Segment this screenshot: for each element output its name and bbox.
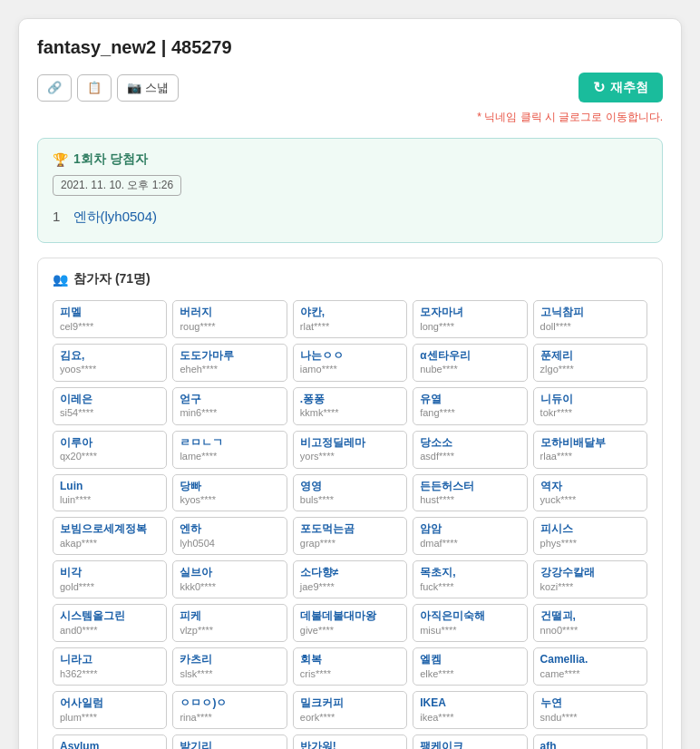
- participant-tag[interactable]: 피시스phys****: [533, 517, 647, 555]
- participant-tag[interactable]: 니라고h362****: [53, 647, 167, 686]
- participant-id: rlaa****: [540, 450, 640, 462]
- participant-tag[interactable]: 데불데불대마왕give****: [293, 604, 407, 642]
- participant-nick: Luin: [60, 480, 160, 494]
- participant-id: kkk0****: [180, 580, 279, 593]
- participant-tag[interactable]: 도도가마루eheh****: [172, 344, 287, 382]
- participant-tag[interactable]: 비고정딜레마yors****: [293, 431, 407, 469]
- participant-tag[interactable]: 어사일럼plum****: [53, 691, 167, 729]
- participant-nick: 엔하: [180, 522, 279, 537]
- participant-tag[interactable]: 고닉참피doll****: [533, 300, 647, 338]
- participant-nick: 아직은미숙해: [420, 609, 520, 624]
- participant-nick: 건떨괴,: [540, 609, 640, 624]
- link-button[interactable]: [37, 74, 72, 102]
- participant-id: nno0****: [540, 624, 640, 637]
- participant-nick: 보빔으로세계정복: [60, 522, 160, 537]
- participant-tag[interactable]: 유열fang****: [413, 387, 527, 425]
- participant-tag[interactable]: 당소소asdf****: [413, 431, 527, 469]
- participant-tag[interactable]: 이레은si54****: [53, 387, 167, 425]
- participant-tag[interactable]: 반가워!tsts****: [293, 734, 407, 749]
- participant-id: phys****: [540, 537, 640, 550]
- participant-nick: 든든허스터: [420, 480, 520, 494]
- toolbar-left: 📷 스냷: [37, 74, 179, 102]
- participant-tag[interactable]: 회복cris****: [293, 647, 407, 686]
- participant-nick: 고닉참피: [540, 306, 640, 320]
- participant-tag[interactable]: Camellia.came****: [533, 647, 647, 686]
- participant-id: yoos****: [60, 363, 160, 375]
- participant-tag[interactable]: 모자마녀long****: [413, 300, 527, 338]
- participant-nick: 엘켐: [420, 653, 520, 667]
- participant-tag[interactable]: 니듀이tokr****: [533, 387, 647, 425]
- participant-tag[interactable]: 야칸,rlat****: [293, 300, 407, 338]
- participant-nick: 밀크커피: [300, 696, 400, 711]
- participant-tag[interactable]: 밭기리bjmi****: [172, 734, 287, 749]
- participant-tag[interactable]: 엔하lyh0504: [172, 517, 287, 555]
- participant-tag[interactable]: 소다향≠jae9****: [293, 560, 407, 598]
- snapshot-icon: 📷: [127, 81, 141, 94]
- participant-id: rina****: [180, 711, 279, 724]
- participant-tag[interactable]: Luinluin****: [53, 474, 167, 512]
- participant-tag[interactable]: 푼제리zlgo****: [533, 344, 647, 382]
- winner-date-badge: 2021. 11. 10. 오후 1:26: [53, 175, 181, 196]
- participant-tag[interactable]: 이루아qx20****: [53, 431, 167, 469]
- participant-id: elke****: [420, 667, 520, 680]
- participant-tag[interactable]: Asylumurmy****: [53, 734, 167, 749]
- participant-tag[interactable]: 포도먹는곰grap****: [293, 517, 407, 555]
- participant-id: hust****: [420, 493, 520, 506]
- winner-name[interactable]: 엔하(lyh0504): [73, 209, 158, 224]
- participant-tag[interactable]: 나는ㅇㅇiamo****: [293, 344, 407, 382]
- recheckout-button[interactable]: 재추첨: [578, 73, 663, 102]
- participant-tag[interactable]: 암암dmaf****: [413, 517, 527, 555]
- participant-id: give****: [300, 624, 400, 637]
- participant-tag[interactable]: 시스템올그린and0****: [53, 604, 167, 642]
- participant-tag[interactable]: 든든허스터hust****: [413, 474, 527, 512]
- recheckout-label: 재추첨: [610, 80, 648, 96]
- participant-tag[interactable]: 아직은미숙해misu****: [413, 604, 527, 642]
- participant-nick: .퐁퐁: [300, 393, 400, 407]
- participant-nick: 야칸,: [300, 306, 400, 320]
- participant-nick: 시스템올그린: [60, 609, 160, 624]
- trophy-icon: 🏆: [53, 152, 68, 167]
- snapshot-button[interactable]: 📷 스냷: [117, 74, 179, 102]
- participant-tag[interactable]: 누연sndu****: [533, 691, 647, 729]
- participant-tag[interactable]: .퐁퐁kkmk****: [293, 387, 407, 425]
- participant-tag[interactable]: 엘켐elke****: [413, 647, 527, 686]
- people-icon: 👥: [53, 272, 68, 287]
- participant-tag[interactable]: 실브아kkk0****: [172, 560, 287, 598]
- participant-tag[interactable]: 역자yuck****: [533, 474, 647, 512]
- participant-nick: 피멜: [60, 306, 160, 320]
- copy-button[interactable]: [77, 74, 112, 102]
- participant-tag[interactable]: α센타우리nube****: [413, 344, 527, 382]
- participant-id: gold****: [60, 580, 160, 593]
- participant-tag[interactable]: 피멜cel9****: [53, 300, 167, 338]
- participant-tag[interactable]: 당빠kyos****: [172, 474, 287, 512]
- link-icon: [47, 81, 62, 94]
- participant-id: akap****: [60, 537, 160, 550]
- participant-tag[interactable]: ㄹㅁㄴㄱlame****: [172, 431, 287, 469]
- participant-nick: 누연: [540, 696, 640, 711]
- participant-tag[interactable]: 김요,yoos****: [53, 344, 167, 382]
- participant-tag[interactable]: afhasdf****: [533, 734, 647, 749]
- participant-tag[interactable]: 팽케이크brea****: [413, 734, 527, 749]
- participant-id: h362****: [60, 667, 160, 680]
- participant-tag[interactable]: 영영buls****: [293, 474, 407, 512]
- participant-tag[interactable]: 보빔으로세계정복akap****: [53, 517, 167, 555]
- participant-tag[interactable]: 건떨괴,nno0****: [533, 604, 647, 642]
- notice-text: * 닉네임 클릭 시 글로그로 이동합니다.: [37, 110, 663, 125]
- participant-nick: 목초지,: [420, 566, 520, 580]
- participant-nick: ㅇㅁㅇ)ㅇ: [180, 696, 279, 711]
- participant-tag[interactable]: ㅇㅁㅇ)ㅇrina****: [172, 691, 287, 729]
- participant-tag[interactable]: 비각gold****: [53, 560, 167, 598]
- participant-tag[interactable]: 피케vlzp****: [172, 604, 287, 642]
- participant-tag[interactable]: 모하비배달부rlaa****: [533, 431, 647, 469]
- participant-tag[interactable]: 밀크커피eork****: [293, 691, 407, 729]
- participant-id: tokr****: [540, 406, 640, 419]
- participant-id: roug****: [180, 320, 279, 333]
- participant-id: cris****: [300, 667, 400, 680]
- participant-tag[interactable]: 목초지,fuck****: [413, 560, 527, 598]
- participant-tag[interactable]: 얻구min6****: [172, 387, 287, 425]
- participant-tag[interactable]: 강강수칼래kozi****: [533, 560, 647, 598]
- participant-tag[interactable]: 버러지roug****: [172, 300, 287, 338]
- participant-tag[interactable]: 카츠리slsk****: [172, 647, 287, 686]
- participant-nick: 비각: [60, 566, 160, 580]
- participant-tag[interactable]: IKEAikea****: [413, 691, 527, 729]
